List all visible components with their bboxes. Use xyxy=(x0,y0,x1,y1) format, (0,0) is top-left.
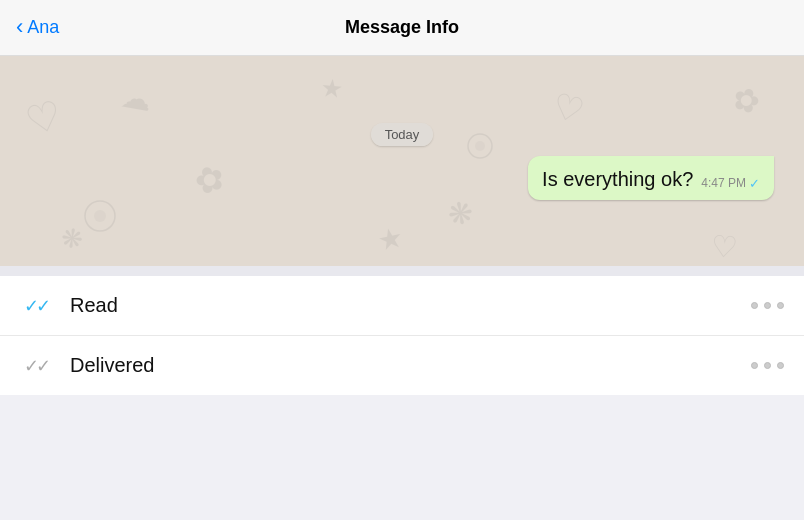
message-text: Is everything ok? xyxy=(542,166,693,192)
svg-text:★: ★ xyxy=(320,73,344,103)
message-time: 4:47 PM xyxy=(701,176,746,190)
read-label: Read xyxy=(70,294,733,317)
read-row: ✓✓ Read xyxy=(0,276,804,336)
delivered-actions[interactable] xyxy=(751,362,784,369)
svg-text:♡: ♡ xyxy=(709,229,739,264)
section-divider xyxy=(0,266,804,276)
back-label: Ana xyxy=(27,17,59,38)
message-meta: 4:47 PM ✓ xyxy=(701,176,760,192)
info-list: ✓✓ Read ✓✓ Delivered xyxy=(0,276,804,395)
dot-3 xyxy=(777,302,784,309)
message-bubble: Is everything ok? 4:47 PM ✓ xyxy=(528,156,774,200)
date-pill: Today xyxy=(371,123,434,146)
delivered-label: Delivered xyxy=(70,354,733,377)
read-check-icon: ✓✓ xyxy=(20,295,52,317)
chat-area: ♡ ☁ ✿ ★ ❋ ♡ ☁ ✿ ❋ ★ ♡ Today Is everythin… xyxy=(0,56,804,266)
dot-6 xyxy=(777,362,784,369)
dot-1 xyxy=(751,302,758,309)
back-button[interactable]: ‹ Ana xyxy=(16,17,59,38)
svg-text:❋: ❋ xyxy=(59,222,85,255)
page-title: Message Info xyxy=(345,17,459,38)
dot-4 xyxy=(751,362,758,369)
chat-content: Today Is everything ok? 4:47 PM ✓ xyxy=(0,103,804,220)
message-check-icon: ✓ xyxy=(749,176,760,191)
delivered-row: ✓✓ Delivered xyxy=(0,336,804,395)
back-chevron-icon: ‹ xyxy=(16,16,23,38)
read-actions[interactable] xyxy=(751,302,784,309)
dot-5 xyxy=(764,362,771,369)
dot-2 xyxy=(764,302,771,309)
delivered-check-icon: ✓✓ xyxy=(20,355,52,377)
header: ‹ Ana Message Info xyxy=(0,0,804,56)
svg-text:★: ★ xyxy=(375,221,406,257)
